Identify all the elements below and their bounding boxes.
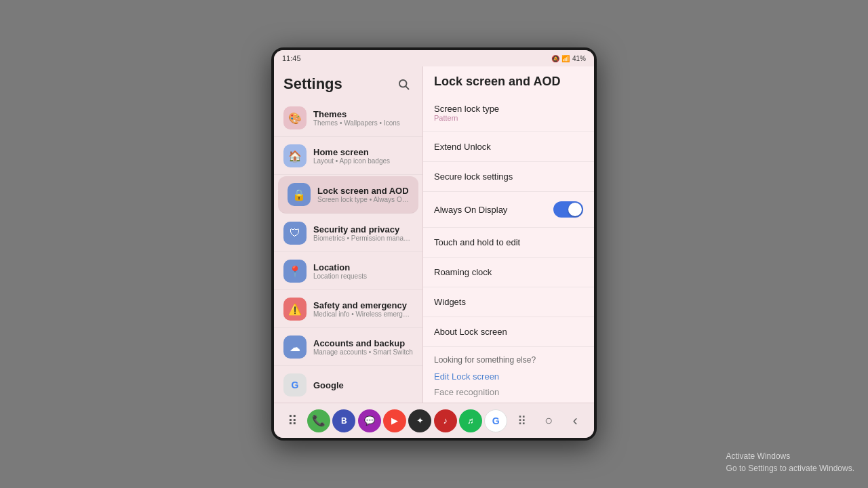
safety-text: Safety and emergency Medical info • Wire…	[313, 300, 413, 318]
status-battery: 41%	[572, 55, 586, 62]
edit-lock-link[interactable]: Edit Lock screen	[434, 369, 583, 384]
location-icon: 📍	[283, 260, 307, 283]
nav-menu-button[interactable]: ⠿	[510, 409, 534, 433]
search-button[interactable]	[394, 75, 413, 94]
lock-screen-item-aod[interactable]: Always On Display	[423, 192, 594, 228]
security-icon: 🛡	[283, 222, 307, 245]
svg-line-1	[406, 86, 408, 89]
settings-list: 🎨 Themes Themes • Wallpapers • Icons 🏠 H…	[274, 99, 422, 403]
google-text: Google	[313, 380, 413, 390]
security-text: Security and privacy Biometrics • Permis…	[313, 224, 413, 242]
nav-google[interactable]: G	[484, 409, 507, 432]
lock-screen-panel: Lock screen and AOD Screen lock type Pat…	[423, 66, 594, 403]
lock-screen-item-roaming-clock[interactable]: Roaming clock	[423, 258, 594, 287]
lock-screen-list: Screen lock type Pattern Extend Unlock	[423, 94, 594, 403]
nav-spotify[interactable]: ♬	[459, 409, 482, 432]
nav-back-button[interactable]: ‹	[563, 409, 587, 433]
nav-bixby[interactable]: B	[332, 409, 355, 432]
lock-icon: 🔒	[288, 183, 311, 206]
lock-screen-item-extend-unlock[interactable]: Extend Unlock	[423, 132, 594, 162]
lock-screen-item-touch-hold[interactable]: Touch and hold to edit	[423, 228, 594, 258]
aod-text: Always On Display	[434, 205, 507, 215]
google-icon: G	[283, 373, 307, 396]
lock-screen-item-widgets[interactable]: Widgets	[423, 287, 594, 317]
location-text: Location Location requests	[313, 262, 413, 280]
sidebar-item-security[interactable]: 🛡 Security and privacy Biometrics • Perm…	[274, 215, 422, 252]
accounts-icon: ☁	[283, 336, 307, 359]
lock-screen-item-screen-lock-type[interactable]: Screen lock type Pattern	[423, 94, 594, 132]
sidebar-item-google[interactable]: G Google	[274, 367, 422, 403]
widgets-text: Widgets	[434, 297, 466, 307]
desktop: Activate Windows Go to Settings to activ…	[0, 0, 868, 488]
sidebar-item-lock-screen[interactable]: 🔒 Lock screen and AOD Screen lock type •…	[278, 176, 418, 214]
sidebar-item-home[interactable]: 🏠 Home screen Layout • App icon badges	[274, 138, 422, 175]
themes-icon: 🎨	[283, 106, 307, 129]
sidebar-item-location[interactable]: 📍 Location Location requests	[274, 253, 422, 290]
lock-screen-item-about[interactable]: About Lock screen	[423, 317, 594, 347]
nav-messages[interactable]: 💬	[358, 409, 381, 432]
sidebar-item-themes[interactable]: 🎨 Themes Themes • Wallpapers • Icons	[274, 100, 422, 137]
status-signal-icons: 🔕 📶	[551, 55, 570, 62]
status-time: 11:45	[282, 54, 301, 62]
nav-home-button[interactable]: ○	[536, 409, 561, 433]
secure-lock-text: Secure lock settings	[434, 171, 513, 182]
status-icons: 🔕 📶 41%	[551, 55, 586, 62]
home-icon: 🏠	[283, 144, 307, 167]
lock-screen-item-secure-lock[interactable]: Secure lock settings	[423, 162, 594, 192]
settings-header: Settings	[274, 66, 422, 99]
aod-toggle-knob	[568, 203, 582, 216]
phone-frame: 11:45 🔕 📶 41% Settings	[271, 47, 597, 441]
nav-galaxy-store[interactable]: ✦	[408, 409, 431, 432]
looking-section: Looking for something else? Edit Lock sc…	[423, 347, 594, 403]
sidebar-item-safety[interactable]: ⚠️ Safety and emergency Medical info • W…	[274, 291, 422, 328]
main-content: Settings 🎨 Them	[274, 66, 594, 403]
safety-icon: ⚠️	[283, 298, 307, 321]
touch-hold-text: Touch and hold to edit	[434, 237, 520, 247]
roaming-clock-text: Roaming clock	[434, 267, 492, 277]
nav-youtube[interactable]: ▶	[383, 409, 406, 432]
nav-grid[interactable]: ⠿	[281, 409, 305, 433]
about-text: About Lock screen	[434, 327, 507, 337]
settings-title: Settings	[283, 75, 342, 93]
nav-youtube-music[interactable]: ♪	[434, 409, 457, 432]
nav-phone[interactable]: 📞	[307, 409, 330, 432]
face-rec-text: Face recognition	[434, 384, 583, 400]
screen-lock-type-text: Screen lock type Pattern	[434, 104, 499, 122]
sidebar-item-accounts[interactable]: ☁ Accounts and backup Manage accounts • …	[274, 329, 422, 366]
looking-title: Looking for something else?	[434, 355, 583, 365]
status-bar: 11:45 🔕 📶 41%	[274, 50, 594, 66]
lock-screen-title: Lock screen and AOD	[423, 66, 594, 94]
aod-toggle[interactable]	[553, 201, 583, 218]
extend-unlock-text: Extend Unlock	[434, 142, 491, 152]
lock-text: Lock screen and AOD Screen lock type • A…	[317, 186, 409, 203]
home-text: Home screen Layout • App icon badges	[313, 147, 413, 165]
phone-screen: 11:45 🔕 📶 41% Settings	[274, 50, 594, 438]
settings-panel: Settings 🎨 Them	[274, 66, 423, 403]
bottom-nav: ⠿ 📞 B 💬 ▶ ✦ ♪ ♬ G ⠿ ○ ‹	[274, 403, 594, 438]
activate-windows-watermark: Activate Windows Go to Settings to activ…	[726, 450, 854, 474]
accounts-text: Accounts and backup Manage accounts • Sm…	[313, 338, 413, 356]
themes-text: Themes Themes • Wallpapers • Icons	[313, 109, 413, 127]
